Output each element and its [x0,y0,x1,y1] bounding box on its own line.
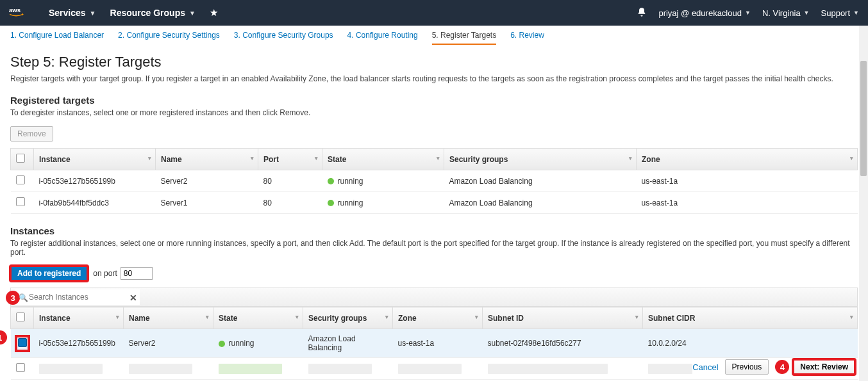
page-desc: Register targets with your target group.… [10,74,858,83]
annotation-1: 1 [0,330,7,345]
sort-icon[interactable]: ▾ [296,314,299,320]
col-sg: Security groups [308,314,367,323]
col-state: State [219,314,237,323]
sort-icon[interactable]: ▾ [629,155,632,161]
status-dot-icon [328,200,334,206]
wizard-step-2[interactable]: 2. Configure Security Settings [118,31,220,45]
row-checkbox[interactable] [16,175,25,184]
instances-desc: To register additional instances, select… [10,239,858,257]
nav-account-label: priyaj @ edurekacloud [658,8,742,18]
wizard-step-4[interactable]: 4. Configure Routing [347,31,418,45]
nav-services[interactable]: Services ▼ [49,8,96,18]
pin-icon[interactable]: ★ [210,7,218,19]
remove-button[interactable]: Remove [10,126,53,142]
cell-sg: Amazon Load Balancing [444,170,637,192]
instances-title: Instances [10,225,858,236]
cell-state: running [338,199,363,207]
chevron-down-icon: ▼ [90,10,96,17]
page-title: Step 5: Register Targets [10,54,858,70]
search-input[interactable] [15,289,140,305]
nav-support[interactable]: Support ▼ [821,8,859,18]
next-review-button[interactable]: Next: Review [793,359,855,375]
nav-region-label: N. Virginia [762,8,801,18]
table-row[interactable]: i-0fab9b544fbf5ddc3 Server1 80 running A… [11,192,858,214]
wizard-nav: 1. Configure Load Balancer 2. Configure … [0,26,868,45]
chevron-down-icon: ▼ [745,10,751,16]
row-checkbox[interactable] [18,338,27,347]
cell-zone: us-east-1a [637,170,858,192]
aws-logo[interactable]: aws [9,6,32,20]
sort-icon[interactable]: ▾ [437,155,440,161]
cell-subnet: subnet-02f498e16fd56c277 [483,329,643,358]
cell-instance: i-0fab9b544fbf5ddc3 [34,192,156,214]
sort-icon[interactable]: ▾ [206,314,209,320]
scrollbar-thumb[interactable] [860,61,867,176]
select-all-instances[interactable] [16,312,25,321]
cell-state: running [338,177,363,186]
wizard-step-1[interactable]: 1. Configure Load Balancer [10,31,104,45]
sort-icon[interactable]: ▾ [315,155,318,161]
scrollbar[interactable] [859,26,868,381]
chevron-down-icon: ▼ [853,10,859,16]
cancel-link[interactable]: Cancel [692,362,718,372]
cell-instance: i-05c53e127b565199b [34,329,124,358]
sort-icon[interactable]: ▾ [385,314,388,320]
close-icon[interactable]: ✕ [129,293,137,303]
cell-port: 80 [258,170,322,192]
add-to-registered-button[interactable]: Add to registered [10,266,88,281]
nav-account[interactable]: priyaj @ edurekacloud ▼ [658,8,750,18]
cell-name: Server2 [156,170,258,192]
port-input[interactable] [121,267,153,280]
blurred-cell [129,364,192,374]
col-instance: Instance [39,155,71,164]
row-checkbox[interactable] [16,363,25,372]
cell-zone: us-east-1a [393,329,483,358]
onport-label: on port [93,269,117,278]
col-sg: Security groups [449,155,508,164]
col-zone: Zone [642,155,660,164]
sort-icon[interactable]: ▾ [635,314,638,320]
previous-button[interactable]: Previous [725,359,769,375]
registered-table: Instance▾ Name▾ Port▾ State▾ Security gr… [10,148,858,214]
svg-text:aws: aws [9,6,21,13]
col-name: Name [129,314,150,323]
wizard-step-5[interactable]: 5. Register Targets [432,31,497,45]
cell-instance: i-05c53e127b565199b [34,170,156,192]
col-port: Port [263,155,279,164]
nav-support-label: Support [821,8,851,18]
sort-icon[interactable]: ▾ [850,155,853,161]
sort-icon[interactable]: ▾ [475,314,478,320]
chevron-down-icon: ▼ [804,10,810,16]
registered-desc: To deregister instances, select one or m… [10,108,858,117]
col-state: State [328,155,346,164]
wizard-step-6[interactable]: 6. Review [510,31,544,45]
search-bar: 3 🔍 ✕ [10,288,858,307]
chevron-down-icon: ▼ [189,10,196,17]
nav-services-label: Services [49,8,86,18]
sort-icon[interactable]: ▾ [251,155,254,161]
col-zone: Zone [398,314,417,323]
top-nav: aws Services ▼ Resource Groups ▼ ★ priya… [0,0,868,26]
table-row[interactable]: i-05c53e127b565199b Server2 80 running A… [11,170,858,192]
footer-actions: 4 Cancel Previous Next: Review [692,359,855,375]
status-dot-icon [328,178,334,184]
cell-sg: Amazon Load Balancing [303,329,393,358]
sort-icon[interactable]: ▾ [148,155,151,161]
cell-zone: us-east-1a [637,192,858,214]
nav-resource-groups-label: Resource Groups [110,8,185,18]
wizard-step-3[interactable]: 3. Configure Security Groups [234,31,333,45]
blurred-cell [39,364,103,374]
col-subnet: Subnet ID [488,314,524,323]
blurred-cell [488,364,608,374]
table-row[interactable]: 1 i-05c53e127b565199b Server2 running Am… [11,329,858,358]
sort-icon[interactable]: ▾ [850,314,853,320]
col-instance: Instance [39,314,71,323]
bell-icon[interactable] [637,7,647,19]
nav-region[interactable]: N. Virginia ▼ [762,8,810,18]
nav-resource-groups[interactable]: Resource Groups ▼ [110,8,196,18]
sort-icon[interactable]: ▾ [116,314,119,320]
status-dot-icon [219,341,225,347]
registered-title: Registered targets [10,95,858,106]
select-all-registered[interactable] [16,154,25,163]
row-checkbox[interactable] [16,197,25,206]
